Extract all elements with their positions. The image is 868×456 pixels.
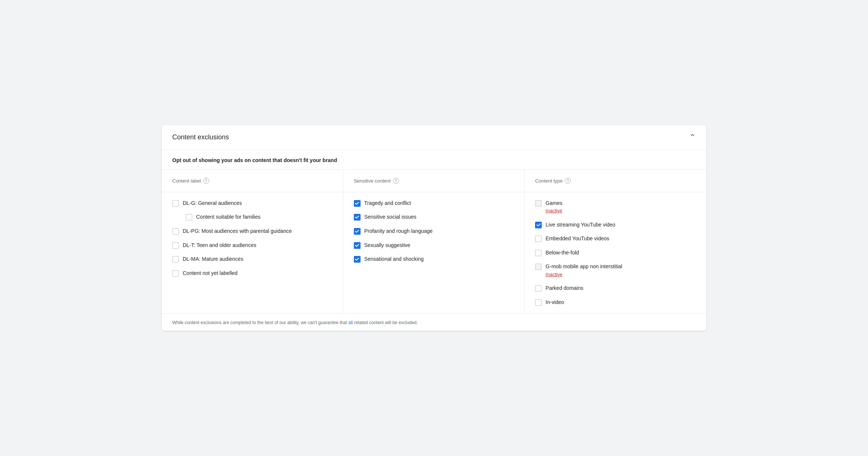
families-label: Content suitable for families [196, 213, 261, 221]
subtitle-text: Opt out of showing your ads on content t… [172, 157, 337, 163]
subtitle-row: Opt out of showing your ads on content t… [162, 150, 706, 170]
dlt-checkbox[interactable] [172, 242, 179, 249]
games-inactive-badge[interactable]: Inactive [545, 208, 562, 214]
list-item: Live streaming YouTube video [535, 221, 696, 229]
dlma-label: DL-MA: Mature audiences [183, 256, 243, 263]
content-type-column: Content type ? Games Inactive [525, 170, 706, 314]
sensitive-content-column: Sensitive content ? Tragedy and conflict [343, 170, 525, 314]
games-label-text: Games [545, 200, 562, 207]
social-label: Sensitive social issues [364, 213, 416, 221]
list-item: DL-MA: Mature audiences [172, 256, 333, 263]
card-title: Content exclusions [172, 133, 229, 141]
list-item: Below-the-fold [535, 249, 696, 257]
embedded-checkbox[interactable] [535, 235, 542, 242]
content-label-content: DL-G: General audiences Content suitable… [162, 192, 343, 285]
content-type-header-text: Content type [535, 178, 563, 184]
list-item: Sexually suggestive [354, 242, 514, 249]
belowfold-label: Below-the-fold [545, 249, 579, 257]
list-item: Profanity and rough language [354, 228, 514, 235]
card-header: Content exclusions ⌃ [162, 125, 706, 150]
dlg-checkbox[interactable] [172, 200, 179, 207]
content-label-help-icon[interactable]: ? [203, 178, 209, 184]
list-item: G-mob mobile app non interstitial Inacti… [535, 263, 696, 278]
footer-row: While content exclusions are completed t… [162, 313, 706, 331]
parked-label: Parked domains [545, 285, 583, 292]
content-label-column: Content label ? DL-G: General audiences … [162, 170, 343, 314]
dlma-checkbox[interactable] [172, 256, 179, 263]
sensational-checkbox[interactable] [354, 256, 361, 263]
livestream-checkbox[interactable] [535, 222, 542, 228]
tragedy-checkbox[interactable] [354, 200, 361, 207]
parked-checkbox[interactable] [535, 285, 542, 292]
dlt-label: DL-T: Teen and older audiences [183, 242, 256, 249]
gmob-label: G-mob mobile app non interstitial Inacti… [545, 263, 622, 278]
list-item: Tragedy and conflict [354, 200, 514, 207]
footer-text: While content exclusions are completed t… [172, 320, 418, 325]
belowfold-checkbox[interactable] [535, 250, 542, 256]
footer-link[interactable]: all [348, 320, 353, 325]
content-type-content: Games Inactive Live streaming YouTube vi… [525, 192, 706, 314]
families-checkbox[interactable] [186, 214, 192, 221]
profanity-label: Profanity and rough language [364, 228, 433, 235]
unlabelled-label: Content not yet labelled [183, 270, 238, 277]
sensitive-content-header-text: Sensitive content [354, 178, 391, 184]
games-checkbox[interactable] [535, 200, 542, 207]
sensitive-content-help-icon[interactable]: ? [393, 178, 399, 184]
invideo-checkbox[interactable] [535, 299, 542, 306]
gmob-checkbox[interactable] [535, 263, 542, 270]
invideo-label: In-video [545, 299, 564, 306]
gmob-inactive-badge[interactable]: Inactive [545, 271, 622, 278]
sensitive-content-header: Sensitive content ? [343, 170, 525, 192]
dlpg-checkbox[interactable] [172, 228, 179, 235]
list-item: Games Inactive [535, 200, 696, 215]
dlpg-label: DL-PG: Most audiences with parental guid… [183, 228, 292, 235]
sexual-checkbox[interactable] [354, 242, 361, 249]
collapse-icon[interactable]: ⌃ [689, 133, 696, 142]
list-item: Content not yet labelled [172, 270, 333, 277]
content-label-header-text: Content label [172, 178, 201, 184]
sexual-label: Sexually suggestive [364, 242, 411, 249]
unlabelled-checkbox[interactable] [172, 270, 179, 277]
livestream-label: Live streaming YouTube video [545, 221, 615, 229]
gmob-label-text: G-mob mobile app non interstitial [545, 263, 622, 270]
list-item: DL-T: Teen and older audiences [172, 242, 333, 249]
tragedy-label: Tragedy and conflict [364, 200, 411, 207]
content-exclusions-card: Content exclusions ⌃ Opt out of showing … [162, 125, 706, 331]
content-label-header: Content label ? [162, 170, 343, 192]
list-item: Embedded YouTube videos [535, 235, 696, 243]
embedded-label: Embedded YouTube videos [545, 235, 609, 243]
games-label: Games Inactive [545, 200, 562, 215]
sensational-label: Sensational and shocking [364, 256, 424, 263]
list-item: DL-G: General audiences [172, 200, 333, 207]
dlg-label: DL-G: General audiences [183, 200, 242, 207]
list-item: Parked domains [535, 285, 696, 292]
list-item: Sensitive social issues [354, 213, 514, 221]
list-item: DL-PG: Most audiences with parental guid… [172, 228, 333, 235]
content-type-header: Content type ? [525, 170, 706, 192]
profanity-checkbox[interactable] [354, 228, 361, 235]
list-item: Sensational and shocking [354, 256, 514, 263]
content-type-help-icon[interactable]: ? [565, 178, 571, 184]
columns-container: Content label ? DL-G: General audiences … [162, 170, 706, 314]
list-item: In-video [535, 299, 696, 306]
social-checkbox[interactable] [354, 214, 361, 221]
list-item: Content suitable for families [186, 213, 333, 221]
sensitive-content-content: Tragedy and conflict Sensitive social is… [343, 192, 525, 270]
